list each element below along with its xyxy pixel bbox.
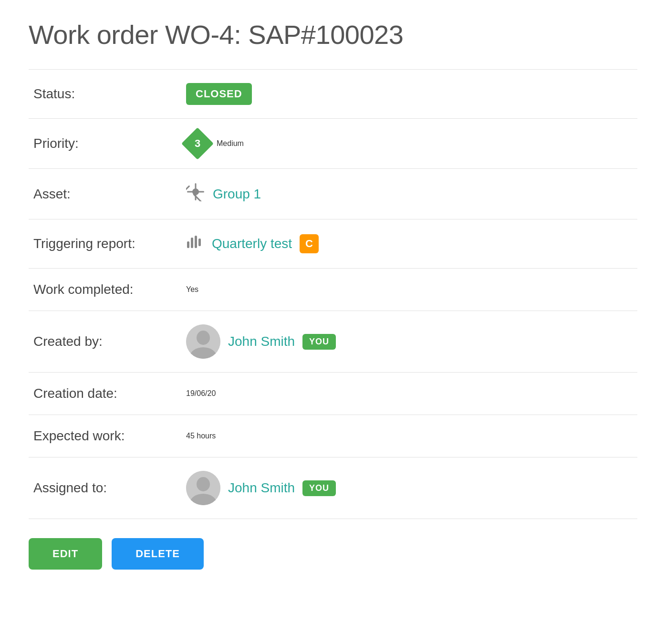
- status-row: Status: CLOSED: [29, 70, 637, 119]
- assigned-to-you-badge: YOU: [302, 480, 336, 496]
- priority-diamond-icon: 3: [181, 127, 214, 160]
- asset-row: Asset: Group 1: [29, 169, 637, 219]
- status-value-cell: CLOSED: [181, 70, 637, 119]
- expected-work-value: 45 hours: [186, 432, 216, 440]
- triggering-report-row: Triggering report: Quarterly test C: [29, 219, 637, 269]
- priority-value-cell: 3 Medium: [181, 119, 637, 169]
- work-completed-label: Work completed:: [29, 269, 181, 311]
- triggering-report-label: Triggering report:: [29, 219, 181, 269]
- assigned-to-row: Assigned to: John Smith YOU: [29, 457, 637, 519]
- detail-table: Status: CLOSED Priority: 3 Medium Asse: [29, 69, 637, 519]
- priority-text: Medium: [217, 139, 244, 148]
- assigned-to-avatar: [186, 471, 220, 505]
- triggering-report-link[interactable]: Quarterly test: [212, 236, 292, 251]
- assigned-to-label: Assigned to:: [29, 457, 181, 519]
- priority-number: 3: [195, 137, 200, 150]
- asset-icon: [186, 182, 205, 206]
- assigned-to-name[interactable]: John Smith: [228, 480, 295, 496]
- work-completed-value-cell: Yes: [181, 269, 637, 311]
- created-by-label: Created by:: [29, 311, 181, 373]
- report-icon: [186, 233, 204, 255]
- svg-rect-7: [195, 236, 197, 248]
- svg-rect-8: [198, 239, 201, 246]
- action-buttons: EDIT DELETE: [29, 538, 637, 570]
- svg-rect-3: [186, 185, 190, 195]
- triggering-report-value-cell: Quarterly test C: [181, 219, 637, 269]
- created-by-name[interactable]: John Smith: [228, 334, 295, 349]
- work-completed-row: Work completed: Yes: [29, 269, 637, 311]
- creation-date-value-cell: 19/06/20: [181, 373, 637, 415]
- status-label: Status:: [29, 70, 181, 119]
- created-by-row: Created by: John Smith YOU: [29, 311, 637, 373]
- asset-value-cell: Group 1: [181, 169, 637, 219]
- svg-rect-5: [187, 241, 189, 248]
- priority-row: Priority: 3 Medium: [29, 119, 637, 169]
- created-by-avatar: [186, 324, 220, 359]
- status-badge: CLOSED: [186, 83, 252, 105]
- svg-rect-4: [193, 194, 203, 201]
- asset-link[interactable]: Group 1: [213, 187, 261, 202]
- expected-work-label: Expected work:: [29, 415, 181, 457]
- creation-date-label: Creation date:: [29, 373, 181, 415]
- page-title: Work order WO-4: SAP#100023: [29, 19, 637, 50]
- creation-date-row: Creation date: 19/06/20: [29, 373, 637, 415]
- expected-work-row: Expected work: 45 hours: [29, 415, 637, 457]
- report-c-badge: C: [300, 234, 319, 253]
- asset-label: Asset:: [29, 169, 181, 219]
- svg-rect-2: [187, 191, 204, 193]
- svg-point-10: [197, 331, 210, 345]
- edit-button[interactable]: EDIT: [29, 538, 102, 570]
- expected-work-value-cell: 45 hours: [181, 415, 637, 457]
- delete-button[interactable]: DELETE: [112, 538, 204, 570]
- priority-label: Priority:: [29, 119, 181, 169]
- created-by-you-badge: YOU: [302, 334, 336, 350]
- svg-point-13: [197, 477, 210, 491]
- creation-date-value: 19/06/20: [186, 389, 216, 398]
- work-completed-value: Yes: [186, 285, 198, 294]
- created-by-value-cell: John Smith YOU: [181, 311, 637, 373]
- svg-rect-6: [191, 238, 193, 248]
- assigned-to-value-cell: John Smith YOU: [181, 457, 637, 519]
